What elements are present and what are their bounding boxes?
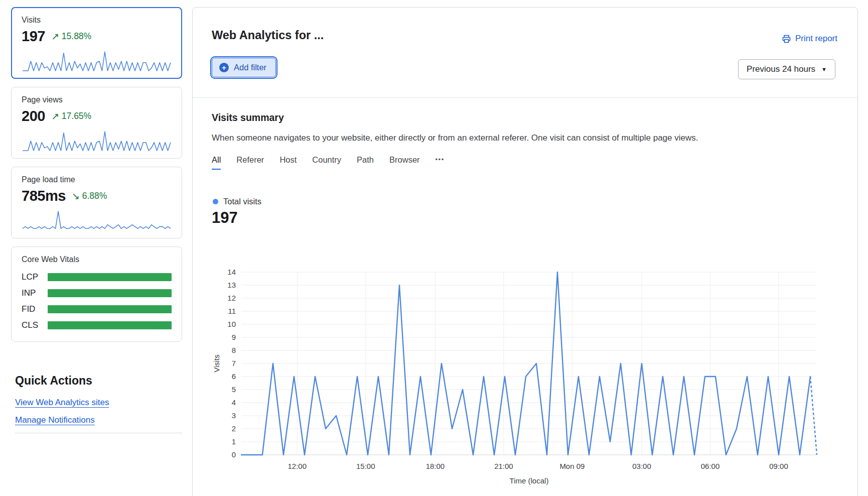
add-filter-label: Add filter: [234, 63, 266, 72]
cwv-metric-label: LCP: [22, 272, 48, 282]
metric-card-visits[interactable]: Visits 197 ↗ 15.88%: [11, 7, 182, 79]
svg-text:03:00: 03:00: [632, 462, 651, 470]
print-report-button[interactable]: Print report: [782, 34, 837, 44]
quick-actions-title: Quick Actions: [15, 374, 182, 388]
card-title: Core Web Vitals: [22, 255, 172, 264]
svg-text:15:00: 15:00: [356, 462, 375, 470]
svg-text:7: 7: [232, 359, 236, 367]
svg-text:09:00: 09:00: [769, 462, 788, 470]
tab-all[interactable]: All: [212, 155, 221, 170]
manage-notifications-link[interactable]: Manage Notifications: [15, 415, 95, 425]
svg-text:8: 8: [232, 346, 236, 354]
svg-text:21:00: 21:00: [494, 462, 513, 470]
svg-text:12: 12: [227, 294, 236, 302]
svg-text:2: 2: [232, 424, 236, 433]
more-tabs-icon[interactable]: •••: [436, 156, 445, 169]
tab-browser[interactable]: Browser: [389, 155, 420, 170]
page-load-time-sparkline: [22, 209, 172, 232]
trend-down-icon: ↘: [72, 190, 80, 202]
time-range-value: Previous 24 hours: [747, 64, 815, 74]
visits-sparkline: [22, 49, 172, 72]
quick-actions: Quick Actions View Web Analytics sites M…: [11, 374, 182, 433]
page-views-sparkline: [22, 129, 172, 152]
svg-text:3: 3: [232, 411, 236, 420]
metric-value: 197: [22, 28, 45, 45]
metric-trend: ↗ 15.88%: [51, 31, 91, 42]
svg-text:Time (local): Time (local): [510, 476, 549, 485]
total-visits-dot-icon: [213, 199, 218, 204]
svg-text:10: 10: [227, 320, 236, 328]
svg-text:5: 5: [232, 385, 236, 394]
metrics-sidebar: Visits 197 ↗ 15.88% Page views 200 ↗ 17.…: [11, 7, 182, 433]
main-panel: Web Analytics for ... Print report + Add…: [192, 7, 858, 496]
printer-icon: [782, 34, 791, 44]
cwv-metric-label: CLS: [22, 320, 48, 330]
trend-up-icon: ↗: [51, 31, 59, 42]
svg-text:6: 6: [232, 372, 236, 381]
cwv-row-inp: INP: [22, 288, 172, 298]
time-range-dropdown[interactable]: Previous 24 hours ▼: [738, 59, 835, 79]
add-filter-button[interactable]: + Add filter: [212, 58, 276, 77]
trend-percent: 17.65%: [62, 111, 91, 121]
metric-label: Page views: [22, 95, 172, 104]
svg-text:Mon 09: Mon 09: [559, 462, 585, 470]
print-report-label: Print report: [795, 34, 837, 44]
svg-text:12:00: 12:00: [288, 462, 307, 470]
tab-country[interactable]: Country: [312, 155, 341, 170]
svg-text:9: 9: [232, 333, 236, 341]
cwv-row-fid: FID: [22, 304, 172, 314]
svg-text:14: 14: [227, 268, 236, 276]
metric-value: 200: [22, 108, 45, 125]
svg-text:Visits: Visits: [213, 354, 221, 373]
metric-card-page-views[interactable]: Page views 200 ↗ 17.65%: [11, 87, 182, 159]
chart-legend: Total visits: [213, 197, 261, 206]
total-visits-value: 197: [212, 209, 238, 227]
cwv-row-lcp: LCP: [22, 272, 172, 282]
page-title: Web Analytics for ...: [212, 29, 324, 42]
svg-text:11: 11: [228, 307, 236, 315]
tab-referer[interactable]: Referer: [236, 155, 264, 170]
web-analytics-page: { "colors": { "accent_blue": "#2f6bdb", …: [0, 0, 868, 496]
cwv-bar-good: [48, 273, 172, 281]
visits-summary-description: When someone navigates to your website, …: [212, 133, 698, 143]
cwv-bar-good: [48, 321, 172, 329]
view-web-analytics-sites-link[interactable]: View Web Analytics sites: [15, 398, 109, 408]
trend-percent: 15.88%: [62, 31, 91, 42]
metric-trend: ↗ 17.65%: [51, 110, 91, 122]
svg-text:1: 1: [232, 437, 236, 446]
cwv-bar-good: [48, 289, 172, 297]
cwv-row-cls: CLS: [22, 320, 172, 330]
visits-line-chart[interactable]: 0123456789101112131412:0015:0018:0021:00…: [213, 259, 845, 494]
metric-value: 785ms: [22, 188, 66, 204]
divider: [15, 433, 182, 433]
svg-text:18:00: 18:00: [426, 462, 445, 470]
svg-text:06:00: 06:00: [701, 462, 720, 470]
summary-tabs: All Referer Host Country Path Browser ••…: [212, 155, 445, 170]
cwv-metric-label: INP: [22, 288, 48, 298]
core-web-vitals-card[interactable]: Core Web Vitals LCP INP FID CLS: [11, 246, 182, 342]
metric-trend: ↘ 6.88%: [72, 190, 107, 202]
chevron-down-icon: ▼: [821, 66, 827, 72]
cwv-bar-good: [48, 305, 172, 313]
svg-text:4: 4: [232, 398, 236, 407]
metric-card-page-load-time[interactable]: Page load time 785ms ↘ 6.88%: [11, 167, 182, 238]
cwv-metric-label: FID: [22, 304, 48, 314]
tab-path[interactable]: Path: [357, 155, 374, 170]
metric-label: Page load time: [22, 175, 172, 184]
svg-text:13: 13: [227, 281, 236, 289]
trend-percent: 6.88%: [82, 191, 107, 201]
tab-host[interactable]: Host: [279, 155, 297, 170]
trend-up-icon: ↗: [51, 110, 59, 122]
visits-summary-title: Visits summary: [212, 112, 284, 123]
svg-text:0: 0: [232, 450, 236, 459]
legend-label: Total visits: [223, 197, 261, 206]
metric-label: Visits: [22, 16, 172, 25]
plus-icon: +: [219, 63, 229, 72]
divider: [193, 97, 857, 98]
